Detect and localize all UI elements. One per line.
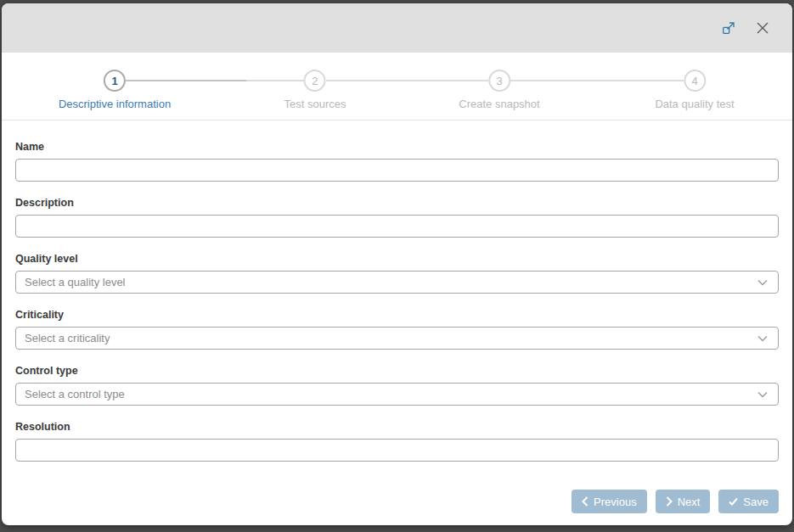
previous-button-label: Previous	[594, 496, 637, 508]
wizard-footer: Previous Next Save	[2, 490, 792, 525]
control-type-label: Control type	[15, 366, 779, 377]
quality-level-select[interactable]: Select a quality level	[15, 271, 779, 294]
name-label: Name	[15, 142, 779, 153]
dialog-titlebar	[2, 3, 792, 53]
step-data-quality-test[interactable]: 4 Data quality test	[655, 70, 734, 110]
save-button[interactable]: Save	[718, 490, 779, 513]
criticality-placeholder: Select a criticality	[25, 332, 110, 344]
step-label: Descriptive information	[59, 98, 171, 110]
wizard-form: Name Description Quality level Select a …	[2, 120, 792, 481]
save-button-label: Save	[743, 496, 769, 508]
step-create-snapshot[interactable]: 3 Create snapshot	[459, 70, 539, 110]
step-label: Test sources	[284, 98, 346, 110]
field-group-description: Description	[15, 198, 779, 238]
field-group-name: Name	[15, 142, 779, 182]
previous-button[interactable]: Previous	[572, 490, 647, 513]
next-button[interactable]: Next	[656, 490, 711, 513]
step-label: Create snapshot	[459, 98, 539, 110]
description-input[interactable]	[15, 215, 779, 238]
step-number: 4	[691, 75, 697, 87]
field-group-criticality: Criticality Select a criticality	[15, 310, 779, 350]
step-label: Data quality test	[655, 98, 734, 110]
resolution-input[interactable]	[15, 439, 779, 462]
step-circle: 4	[684, 70, 706, 92]
step-descriptive-information[interactable]: 1 Descriptive information	[59, 70, 171, 110]
description-label: Description	[15, 198, 779, 209]
field-group-quality-level: Quality level Select a quality level	[15, 254, 779, 294]
criticality-label: Criticality	[15, 310, 779, 321]
control-type-placeholder: Select a control type	[25, 388, 125, 400]
step-circle: 2	[304, 70, 326, 92]
criticality-select[interactable]: Select a criticality	[15, 327, 779, 350]
name-input[interactable]	[15, 159, 779, 182]
chevron-down-icon	[757, 391, 768, 398]
step-number: 3	[496, 75, 502, 87]
chevron-down-icon	[757, 335, 768, 342]
chevron-right-icon	[666, 496, 673, 507]
next-button-label: Next	[678, 496, 701, 508]
control-type-select[interactable]: Select a control type	[15, 383, 779, 406]
wizard-stepper: 1 Descriptive information 2 Test sources…	[2, 53, 792, 120]
quality-level-placeholder: Select a quality level	[25, 276, 126, 288]
step-circle: 3	[488, 70, 510, 92]
wizard-dialog: 1 Descriptive information 2 Test sources…	[2, 3, 792, 525]
step-number: 2	[312, 75, 318, 87]
step-number: 1	[111, 75, 117, 87]
chevron-down-icon	[757, 279, 768, 286]
field-group-control-type: Control type Select a control type	[15, 366, 779, 406]
chevron-left-icon	[582, 496, 588, 507]
step-test-sources[interactable]: 2 Test sources	[284, 70, 346, 110]
quality-level-label: Quality level	[15, 254, 779, 265]
step-circle: 1	[104, 70, 126, 92]
check-icon	[729, 497, 738, 506]
resolution-label: Resolution	[15, 422, 779, 433]
close-icon[interactable]	[756, 21, 769, 35]
field-group-resolution: Resolution	[15, 422, 779, 462]
maximize-icon[interactable]	[722, 21, 735, 35]
